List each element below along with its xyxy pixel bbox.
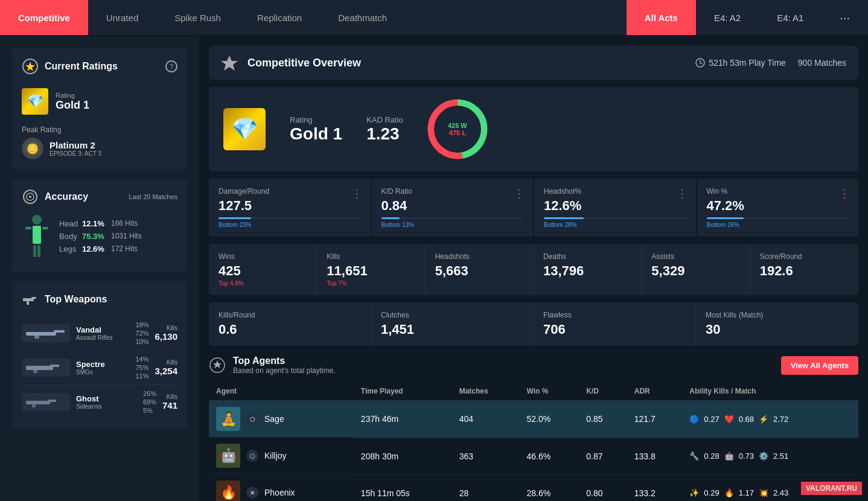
- killjoy-avatar: 🤖: [216, 444, 240, 468]
- tab-more[interactable]: ···: [822, 0, 868, 35]
- killjoy-agent-cell: 🤖 ⬡ Killjoy: [209, 438, 354, 474]
- tab-e4a1[interactable]: E4: A1: [759, 0, 822, 35]
- ghost-body-pct: 69%: [143, 398, 156, 406]
- peak-name: Platinum 2: [49, 140, 101, 150]
- phoenix-ability-icon-3: 💥: [759, 488, 768, 497]
- kad-value: 1.23: [366, 124, 403, 144]
- wins-total-sub: Top 4.8%: [219, 280, 307, 287]
- tab-unrated[interactable]: Unrated: [88, 0, 156, 35]
- killjoy-role-icon: ⬡: [246, 450, 258, 462]
- total-wins: Wins 425 Top 4.8%: [209, 244, 317, 295]
- phoenix-ability-2: 1.17: [739, 488, 754, 497]
- tab-deathmatch[interactable]: Deathmatch: [320, 0, 405, 35]
- stat-card-hs: Headshot% 12.6% Bottom 28% ⋮: [534, 179, 696, 237]
- winpct-menu-icon[interactable]: ⋮: [839, 187, 850, 200]
- ghost-image: [22, 393, 70, 411]
- sage-ability-3: 2.72: [773, 415, 788, 424]
- rating-badge: 💎: [22, 88, 48, 115]
- tab-spike-rush[interactable]: Spike Rush: [156, 0, 239, 35]
- weapon-item-spectre: Spectre SMGs 14% 75% 11% Kills 3,254: [22, 351, 177, 385]
- score-round-total-label: Score/Round: [760, 252, 849, 261]
- peak-rating-label: Peak Rating: [22, 126, 177, 134]
- most-kills-label: Most Kills (Match): [706, 311, 849, 319]
- accuracy-legs-row: Legs 12.6% 172 Hits: [59, 244, 177, 254]
- winpct-label: Win %: [707, 187, 849, 196]
- accuracy-icon: [22, 188, 39, 205]
- svg-rect-16: [26, 366, 53, 370]
- phoenix-agent-cell: 🔥 ✕ Phoenix: [209, 474, 354, 501]
- killjoy-ability-3: 2.51: [773, 452, 788, 461]
- hs-sub: Bottom 28%: [544, 222, 686, 228]
- accuracy-body: Head 12.1% 166 Hits Body 75.3% 1031 Hits…: [22, 214, 177, 262]
- sage-adr: 121.7: [627, 401, 683, 438]
- watermark: VALORANT.RU: [801, 482, 862, 495]
- killjoy-ability-icon-1: 🔧: [689, 452, 699, 461]
- damage-menu-icon[interactable]: ⋮: [351, 187, 362, 200]
- damage-progress: [219, 217, 361, 219]
- ghost-kills-label: Kills: [162, 394, 177, 400]
- body-hits: 1031 Hits: [111, 232, 142, 240]
- score-round-total-value: 192.6: [760, 263, 849, 279]
- hs-menu-icon[interactable]: ⋮: [677, 187, 688, 200]
- kd-menu-icon[interactable]: ⋮: [514, 187, 525, 200]
- phoenix-role-icon: ✕: [246, 487, 258, 499]
- total-most-kills: Most Kills (Match) 30: [696, 302, 858, 346]
- weapons-icon: [22, 291, 39, 308]
- killjoy-ability-icon-2: 🤖: [724, 452, 734, 461]
- assists-total-value: 5,329: [651, 263, 739, 279]
- total-flawless: Flawless 706: [534, 302, 696, 346]
- rating-label: Rating: [56, 92, 89, 99]
- accuracy-section: Accuracy Last 20 Matches: [12, 179, 187, 272]
- sage-agent-cell: 🧘 ⬡ Sage: [209, 401, 354, 438]
- ghost-type: Sidearms: [76, 403, 137, 410]
- view-all-agents-button[interactable]: View All Agents: [781, 356, 858, 375]
- sage-name: Sage: [264, 414, 284, 424]
- current-ratings-title: Current Ratings: [45, 61, 118, 72]
- vandal-hitdist: 18% 72% 10%: [135, 321, 148, 345]
- phoenix-name: Phoenix: [264, 488, 295, 497]
- vandal-info: Vandal Assault Rifles: [76, 325, 129, 341]
- body-pct: 75.3%: [82, 232, 106, 241]
- total-assists: Assists 5,329: [642, 244, 750, 295]
- ghost-legs-pct: 5%: [143, 407, 156, 414]
- agent-row-sage: 🧘 ⬡ Sage 237h 46m 404 52.0% 0.85 121.7 🔵: [209, 401, 858, 438]
- current-ratings-section: Current Ratings ? 💎 Rating Gold 1 Peak R…: [12, 48, 187, 169]
- spectre-kills-label: Kills: [155, 359, 177, 366]
- headshots-total-label: Headshots: [435, 252, 523, 261]
- tab-all-acts[interactable]: All Acts: [627, 0, 696, 35]
- matches-count: 900 Matches: [798, 58, 846, 68]
- sage-matches: 404: [452, 401, 520, 438]
- vandal-name: Vandal: [76, 325, 129, 334]
- sage-ability-icon-3: ⚡: [759, 415, 768, 424]
- clutches-label: Clutches: [381, 311, 523, 319]
- agent-row-killjoy: 🤖 ⬡ Killjoy 208h 30m 363 46.6% 0.87 133.…: [209, 438, 858, 474]
- info-icon[interactable]: ?: [165, 60, 177, 72]
- col-win-pct: Win %: [519, 382, 579, 401]
- hs-value: 12.6%: [544, 198, 686, 214]
- sage-kd: 0.85: [579, 401, 627, 438]
- flawless-label: Flawless: [543, 311, 686, 319]
- rating-big-info: Rating Gold 1: [290, 115, 342, 144]
- svg-rect-7: [37, 245, 40, 257]
- svg-rect-13: [26, 332, 56, 336]
- winpct-sub: Bottom 26%: [707, 222, 849, 228]
- tab-e4a2[interactable]: E4: A2: [696, 0, 759, 35]
- top-agents-title: Top Agents: [233, 356, 336, 366]
- phoenix-ability-3: 2.43: [773, 488, 788, 497]
- total-clutches: Clutches 1,451: [371, 302, 534, 346]
- agents-table-header: Agent Time Played Matches Win % K/D ADR …: [209, 382, 858, 401]
- total-headshots: Headshots 5,663: [426, 244, 534, 295]
- top-weapons-title: Top Weapons: [45, 294, 107, 305]
- sage-win-pct: 52.0%: [519, 401, 579, 438]
- ghost-name: Ghost: [76, 394, 137, 403]
- svg-rect-9: [42, 227, 48, 229]
- tab-replication[interactable]: Replication: [239, 0, 320, 35]
- kd-progress-fill: [381, 217, 400, 219]
- tab-competitive[interactable]: Competitive: [0, 0, 88, 35]
- overview-header: Competitive Overview 521h 53m Play Time …: [209, 46, 858, 80]
- svg-rect-17: [50, 365, 59, 367]
- stat-card-winpct: Win % 47.2% Bottom 26% ⋮: [697, 179, 859, 237]
- phoenix-ability-icon-1: ✨: [689, 488, 699, 497]
- play-time: 521h 53m Play Time: [709, 58, 786, 68]
- main-layout: Current Ratings ? 💎 Rating Gold 1 Peak R…: [0, 36, 868, 501]
